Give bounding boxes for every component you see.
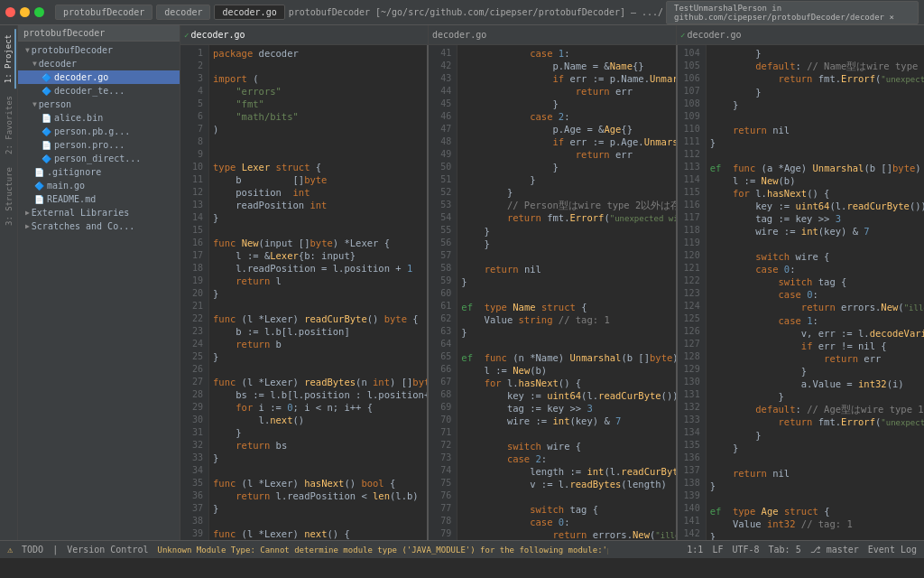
side-tab-favorites[interactable]: 2: Favorites: [3, 90, 15, 160]
col3-tab[interactable]: decoder.go: [687, 30, 741, 40]
tree-label: .gitignore: [47, 167, 101, 177]
arrow-icon: ▼: [32, 60, 37, 68]
line-ending: LF: [712, 545, 723, 555]
col2-header: decoder.go: [429, 25, 677, 44]
arrow-icon: ▼: [25, 46, 30, 54]
col1-header: ✓ decoder.go: [180, 25, 429, 44]
tree-item-external-libs[interactable]: ▶ External Libraries: [18, 206, 180, 219]
tree-item-main-go[interactable]: 🔷 main.go: [18, 179, 180, 192]
tree-item-decoder-test[interactable]: 🔷 decoder_te...: [18, 84, 180, 98]
side-tabs: 1: Project 2: Favorites 3: Structure: [0, 25, 18, 540]
tab-size: Tab: 5: [769, 545, 801, 555]
green-check-icon2: ✓: [680, 31, 685, 40]
line-numbers-1: 12345 678910 1112131415 1617181920 21222…: [180, 45, 209, 540]
version-control-label[interactable]: Version Control: [67, 545, 148, 555]
tree-label: protobufDecoder: [32, 45, 113, 55]
tree-item-person-proto[interactable]: 📄 person.pro...: [18, 138, 180, 152]
file-icon: 🔷: [40, 127, 52, 136]
tab-decoder[interactable]: decoder: [156, 5, 210, 20]
tree-label: decoder_te...: [54, 86, 125, 96]
col2-tab[interactable]: decoder.go: [432, 30, 486, 40]
code-content-2[interactable]: case 1: p.Name = &Name{} if err := p.Nam…: [457, 45, 675, 540]
tree-item-readme[interactable]: 📄 README.md: [18, 192, 180, 206]
minimize-button[interactable]: [20, 7, 30, 17]
encoding: UTF-8: [732, 545, 759, 555]
tree-item-gitignore[interactable]: 📄 .gitignore: [18, 165, 180, 179]
tab-protobufDecoder[interactable]: protobufDecoder: [55, 5, 152, 20]
file-icon: 📄: [32, 168, 45, 177]
maximize-button[interactable]: [34, 7, 44, 17]
todo-icon: ⚠: [7, 545, 13, 555]
arrow-icon: ▼: [32, 100, 37, 108]
file-icon: 🔷: [40, 73, 52, 82]
editor-area: ✓ decoder.go decoder.go ✓ decoder.go 123…: [180, 25, 924, 540]
green-check-icon: ✓: [184, 31, 189, 40]
file-icon: 🔷: [40, 87, 52, 96]
code-content-3[interactable]: } default: // Name型はwire type 2以外は存在しない …: [707, 45, 924, 540]
code-col-2: 4142434445 4647484950 5152535455 5657585…: [429, 45, 677, 540]
cursor-position: 1:1: [687, 545, 703, 555]
file-icon: 📄: [40, 141, 52, 150]
tree-label: alice.bin: [54, 113, 103, 123]
panel-header: protobufDecoder: [18, 25, 180, 42]
warning-message: Unknown Module Type: Cannot determine mo…: [157, 545, 608, 555]
code-col-3: 104105106107108 109110111112113 11411511…: [678, 45, 924, 540]
tree-label: External Libraries: [32, 208, 129, 218]
panel-title: protobufDecoder: [23, 28, 105, 38]
tree-item-decoder-folder[interactable]: ▼ decoder: [18, 57, 180, 70]
arrow-icon: ▶: [25, 209, 30, 217]
breadcrumb: protobufDecoder [~/go/src/github.com/cip…: [289, 7, 662, 17]
tree-label: decoder.go: [54, 72, 108, 82]
tree-label: person.pb.g...: [54, 126, 130, 136]
tree-item-alice-bin[interactable]: 📄 alice.bin: [18, 111, 180, 125]
top-bar: protobufDecoder decoder decoder.go proto…: [0, 0, 924, 25]
line-numbers-2: 4142434445 4647484950 5152535455 5657585…: [429, 45, 457, 540]
file-icon: 📄: [32, 195, 45, 204]
side-tab-project[interactable]: 1: Project: [2, 29, 16, 89]
file-tree-panel: protobufDecoder ▼ protobufDecoder ▼ deco…: [18, 25, 180, 540]
tree-label: person.pro...: [54, 140, 125, 150]
status-bar: ⚠ TODO | Version Control Unknown Module …: [0, 540, 924, 558]
tree-label: person_direct...: [54, 154, 141, 163]
tab-test[interactable]: TestUnmarshalPerson in github.com/cipeps…: [666, 1, 919, 24]
tree-item-decoder-go[interactable]: 🔷 decoder.go: [18, 70, 180, 84]
tree-item-person-folder[interactable]: ▼ person: [18, 98, 180, 111]
tree-label: README.md: [47, 194, 96, 204]
tree-item-protobufDecoder[interactable]: ▼ protobufDecoder: [18, 43, 180, 57]
separator: |: [52, 545, 58, 555]
tree-label: person: [39, 99, 71, 109]
main-layout: 1: Project 2: Favorites 3: Structure pro…: [0, 25, 924, 540]
column-headers: ✓ decoder.go decoder.go ✓ decoder.go: [180, 25, 924, 45]
col1-tab[interactable]: decoder.go: [190, 30, 245, 40]
close-button[interactable]: [5, 7, 15, 17]
window-controls: [5, 7, 44, 17]
file-icon: 🔷: [40, 154, 52, 163]
tree-item-person-direct[interactable]: 🔷 person_direct...: [18, 152, 180, 165]
file-tree: ▼ protobufDecoder ▼ decoder 🔷 decoder.go…: [18, 42, 180, 540]
code-content-1[interactable]: package decoder import ( "errors" "fmt" …: [209, 45, 427, 540]
line-numbers-3: 104105106107108 109110111112113 11411511…: [678, 45, 707, 540]
code-col-1: 12345 678910 1112131415 1617181920 21222…: [180, 45, 429, 540]
tree-item-scratches[interactable]: ▶ Scratches and Co...: [18, 219, 180, 233]
file-icon: 🔷: [32, 182, 45, 191]
git-branch: ⎇ master: [810, 545, 859, 555]
tree-label: decoder: [39, 59, 77, 69]
todo-label[interactable]: TODO: [22, 545, 43, 555]
code-columns: 12345 678910 1112131415 1617181920 21222…: [180, 45, 924, 540]
file-icon: 📄: [40, 114, 52, 123]
tab-decoder-go[interactable]: decoder.go: [214, 5, 284, 20]
tree-item-person-pb[interactable]: 🔷 person.pb.g...: [18, 125, 180, 138]
arrow-icon: ▶: [25, 222, 30, 230]
status-right: 1:1 LF UTF-8 Tab: 5 ⎇ master Event Log: [687, 545, 917, 555]
side-tab-structure[interactable]: 3: Structure: [3, 162, 15, 231]
col3-header: ✓ decoder.go: [677, 25, 924, 44]
tree-label: Scratches and Co...: [32, 221, 134, 231]
event-log[interactable]: Event Log: [868, 545, 917, 555]
tree-label: main.go: [47, 181, 85, 191]
